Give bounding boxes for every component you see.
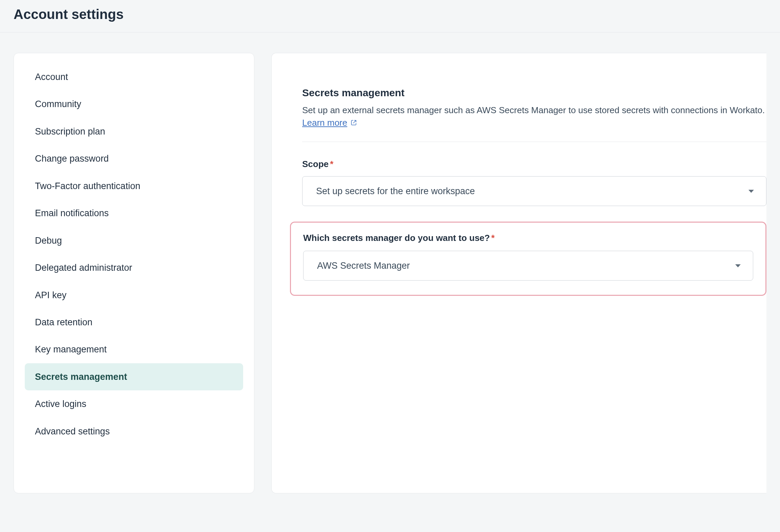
secrets-manager-highlight: Which secrets manager do you want to use… (290, 222, 766, 296)
required-indicator: * (491, 233, 494, 243)
secrets-manager-select[interactable]: AWS Secrets Manager (303, 251, 753, 281)
sidebar-item-delegated-administrator[interactable]: Delegated administrator (25, 254, 243, 281)
sidebar-item-label: Account (35, 72, 68, 82)
settings-sidebar: AccountCommunitySubscription planChange … (14, 53, 254, 493)
secrets-manager-select-value: AWS Secrets Manager (317, 261, 410, 271)
sidebar-item-label: Active logins (35, 399, 86, 409)
scope-field-block: Scope* Set up secrets for the entire wor… (302, 159, 766, 206)
sidebar-item-secrets-management[interactable]: Secrets management (25, 363, 243, 390)
scope-label: Scope* (302, 159, 766, 169)
section-description: Set up an external secrets manager such … (302, 103, 766, 117)
sidebar-item-key-management[interactable]: Key management (25, 336, 243, 363)
sidebar-item-debug[interactable]: Debug (25, 227, 243, 254)
sidebar-item-label: Debug (35, 236, 62, 246)
page-title: Account settings (0, 0, 780, 32)
sidebar-item-active-logins[interactable]: Active logins (25, 390, 243, 417)
external-link-icon (351, 118, 357, 128)
sidebar-item-advanced-settings[interactable]: Advanced settings (25, 418, 243, 445)
sidebar-item-change-password[interactable]: Change password (25, 145, 243, 172)
sidebar-item-label: Data retention (35, 317, 93, 327)
sidebar-item-label: Key management (35, 344, 107, 354)
sidebar-item-data-retention[interactable]: Data retention (25, 309, 243, 336)
sidebar-item-label: Two-Factor authentication (35, 181, 140, 191)
sidebar-item-email-notifications[interactable]: Email notifications (25, 200, 243, 227)
sidebar-item-label: Delegated administrator (35, 263, 132, 273)
sidebar-item-label: Community (35, 99, 81, 109)
sidebar-item-label: Advanced settings (35, 426, 110, 436)
header-divider (0, 32, 780, 33)
sidebar-item-label: Change password (35, 154, 109, 164)
chevron-down-icon (748, 190, 754, 193)
learn-more-link[interactable]: Learn more (302, 118, 357, 128)
secrets-manager-label: Which secrets manager do you want to use… (303, 233, 753, 243)
scope-select[interactable]: Set up secrets for the entire workspace (302, 176, 766, 206)
sidebar-item-label: API key (35, 290, 66, 300)
sidebar-item-api-key[interactable]: API key (25, 282, 243, 309)
sidebar-item-label: Secrets management (35, 372, 127, 382)
sidebar-item-account[interactable]: Account (25, 63, 243, 90)
main-panel: Secrets management Set up an external se… (271, 53, 766, 493)
scope-label-text: Scope (302, 159, 329, 169)
required-indicator: * (330, 159, 333, 169)
secrets-manager-label-text: Which secrets manager do you want to use… (303, 233, 490, 243)
sidebar-item-label: Subscription plan (35, 126, 105, 137)
section-separator (302, 142, 766, 142)
sidebar-item-community[interactable]: Community (25, 90, 243, 118)
learn-more-label: Learn more (302, 118, 347, 128)
section-heading: Secrets management (302, 87, 766, 99)
sidebar-item-label: Email notifications (35, 208, 109, 218)
sidebar-item-two-factor-authentication[interactable]: Two-Factor authentication (25, 172, 243, 200)
scope-select-value: Set up secrets for the entire workspace (316, 186, 475, 197)
sidebar-item-subscription-plan[interactable]: Subscription plan (25, 118, 243, 145)
chevron-down-icon (735, 264, 741, 267)
